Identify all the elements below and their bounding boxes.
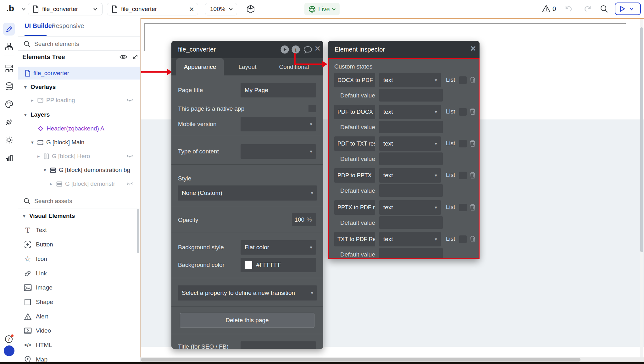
zoom-dropdown[interactable]: 100% [205,3,237,15]
search-assets-input[interactable] [34,196,129,207]
user-avatar[interactable] [3,345,15,356]
page-title-input[interactable]: My Page [241,83,316,97]
opacity-input[interactable]: 100 % [292,213,316,226]
tree-section-layers[interactable]: ▾ Layers [18,108,140,121]
delete-page-button[interactable]: Delete this page [180,313,314,328]
hidden-eye-icon[interactable] [126,182,133,186]
page-selector-dropdown[interactable]: file_converter [28,3,103,15]
app-logo[interactable]: .b [6,3,14,14]
transition-dropdown[interactable]: Select a property to define a new transi… [178,285,317,301]
tree-row-header-element[interactable]: Header(zqbackend) A [18,122,140,135]
tab-conditional[interactable]: Conditional [272,58,316,75]
caret-down-icon[interactable]: ▾ [23,213,29,219]
tab-appearance[interactable]: Appearance [176,58,224,75]
help-icon[interactable]: ? [4,334,14,344]
tab-responsive[interactable]: Responsive [51,22,84,30]
tree-section-overlays[interactable]: ▾ Overlays [18,81,140,93]
group-rows-icon [56,181,62,187]
pencil-icon[interactable] [5,25,13,33]
hidden-eye-icon[interactable] [126,154,133,158]
eye-icon[interactable] [119,53,127,60]
hidden-eye-icon[interactable] [126,98,133,102]
database-icon[interactable] [5,82,13,91]
tree-row-label: G [block] demonstration bg [59,167,130,174]
caret-right-icon[interactable]: ▸ [37,153,44,159]
expand-panel-icon[interactable] [132,53,139,60]
logs-chart-icon[interactable] [5,154,13,162]
vscrollbar-thumb[interactable] [640,27,643,252]
info-icon[interactable]: i [291,45,300,54]
redo-icon[interactable] [584,5,592,13]
background-color-input[interactable]: #FFFFFF [241,258,316,272]
close-panel-icon[interactable]: × [315,44,320,53]
caret-right-icon[interactable]: ▸ [31,97,37,103]
run-workflow-icon[interactable] [280,45,289,54]
page-edge-left [144,23,145,51]
inspector-header[interactable]: Element inspector × [328,41,480,58]
elements-panel: UI Builder Responsive Elements Tree file… [18,18,141,364]
property-panel-header[interactable]: file_converter i × [171,41,323,58]
dropdown-chevron-icon: ▾ [310,149,312,154]
workflow-sitemap-icon[interactable] [5,42,13,51]
environment-selector[interactable]: Live [304,3,340,15]
asset-item-image[interactable]: Image [18,281,140,294]
seo-title-input[interactable] [241,341,316,349]
plugins-plug-icon[interactable] [5,118,13,126]
native-app-checkbox[interactable] [308,105,316,112]
asset-item-text[interactable]: T Text [18,223,140,237]
type-of-content-dropdown[interactable]: ▾ [241,144,316,159]
canvas-hscrollbar[interactable] [140,357,644,362]
issues-warning-icon[interactable] [542,5,551,13]
caret-down-icon[interactable]: ▾ [24,84,31,90]
tree-row-page[interactable]: file_converter [18,67,140,80]
mobile-version-dropdown[interactable]: ▾ [241,117,316,131]
styles-palette-icon[interactable] [5,100,13,108]
components-icon[interactable] [5,64,13,73]
asset-item-alert[interactable]: Alert [18,310,140,323]
open-page-tab[interactable]: file_converter × [107,3,198,15]
page-selector-chevron-icon [93,7,98,12]
style-dropdown[interactable]: None (Custom)▾ [178,185,317,201]
property-panel-title: file_converter [178,46,216,53]
caret-right-icon[interactable]: ▸ [50,181,56,187]
code-icon: </> [24,342,32,348]
tree-row-group-main[interactable]: ▾ G [block] Main [18,136,140,149]
close-panel-icon[interactable]: × [470,44,476,53]
tree-row-group-demonstration[interactable]: ▸ G [block] demonstration [18,178,140,190]
search-icon[interactable] [600,5,608,13]
group-columns-icon [44,153,49,159]
preview-button[interactable] [615,3,641,15]
asset-label: Icon [36,256,47,262]
asset-item-icon[interactable]: ☆ Icon [18,252,140,266]
close-tab-icon[interactable]: × [189,5,194,13]
assets-scrollbar-thumb[interactable] [137,209,139,253]
hscrollbar-thumb[interactable] [141,358,580,361]
caret-down-icon[interactable]: ▾ [44,167,50,173]
assets-section-visual-elements[interactable]: ▾ Visual Elements [18,210,140,222]
background-style-dropdown[interactable]: Flat color▾ [241,240,316,255]
tree-row-group-hero[interactable]: ▸ G [block] Hero [18,150,140,163]
style-label: Style [178,175,191,182]
tree-row-pp-loading[interactable]: ▸ PP loading [18,94,140,107]
tab-ui-builder[interactable]: UI Builder [25,22,54,30]
tree-row-group-demonstration-bg[interactable]: ▾ G [block] demonstration bg [18,164,140,176]
asset-item-html[interactable]: </> HTML [18,339,140,352]
canvas-vscrollbar[interactable] [640,19,643,357]
search-elements-input[interactable] [34,39,129,49]
comment-bubble-icon[interactable] [303,46,312,53]
component-cube-icon[interactable] [246,4,255,14]
asset-item-shape[interactable]: Shape [18,295,140,309]
style-value: None (Custom) [182,190,222,196]
tree-row-label: G [block] demonstration [65,180,115,187]
undo-icon[interactable] [564,5,573,13]
logo-chevron-down-icon[interactable] [21,6,26,12]
color-swatch[interactable] [245,261,252,269]
dropdown-chevron-icon: ▾ [311,290,313,296]
asset-item-link[interactable]: Link [18,267,140,280]
caret-down-icon[interactable]: ▾ [31,140,37,145]
caret-down-icon[interactable]: ▾ [24,112,31,118]
asset-item-button[interactable]: Button [18,238,140,251]
settings-gear-icon[interactable] [5,136,13,144]
tab-layout[interactable]: Layout [229,58,266,75]
asset-item-video[interactable]: Video [18,324,140,337]
